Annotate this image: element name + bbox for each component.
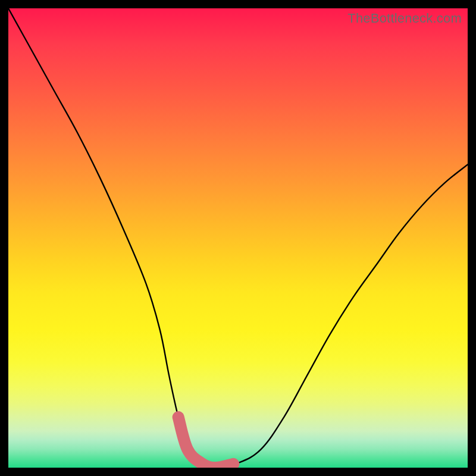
plot-area: TheBottleneck.com [8,8,468,468]
watermark-text: TheBottleneck.com [347,11,462,26]
trough-highlight [8,8,468,468]
chart-frame: TheBottleneck.com [0,0,476,476]
